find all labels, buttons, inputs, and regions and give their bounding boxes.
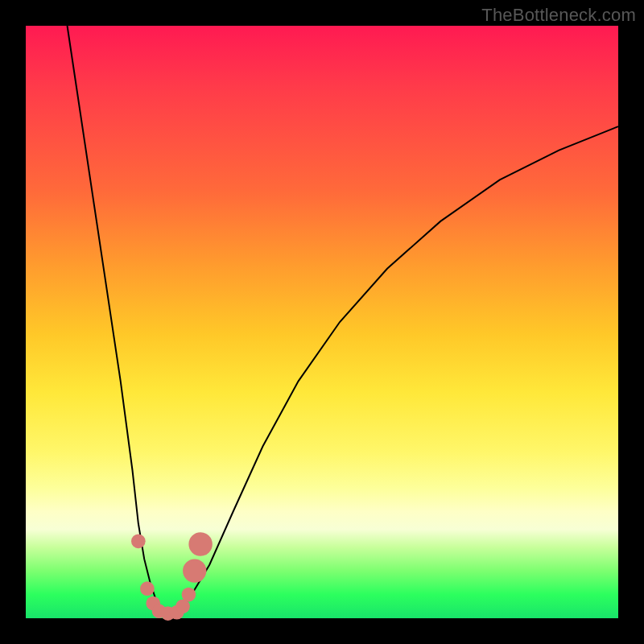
bottleneck-curve <box>68 26 618 618</box>
curve-marker <box>182 588 196 602</box>
curve-marker <box>140 581 155 596</box>
watermark-text: TheBottleneck.com <box>481 5 636 26</box>
plot-area <box>26 26 618 618</box>
chart-svg <box>26 26 618 618</box>
curve-marker <box>183 559 206 582</box>
outer-frame: TheBottleneck.com <box>0 0 644 644</box>
curve-markers <box>131 532 213 621</box>
curve-marker <box>131 534 146 548</box>
curve-marker <box>188 532 212 555</box>
